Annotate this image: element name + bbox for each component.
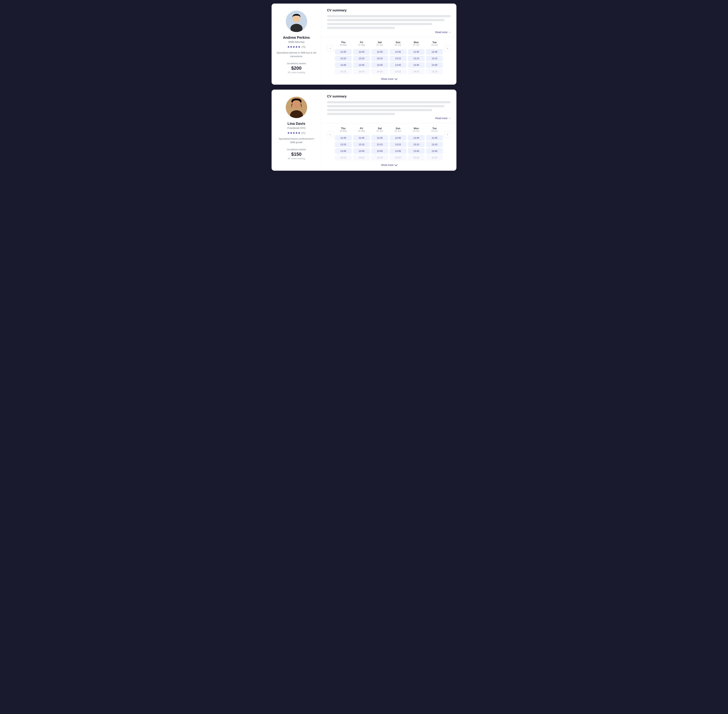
skeleton-line <box>327 101 451 103</box>
time-slot[interactable]: 12:45 <box>353 135 370 141</box>
time-slot-faded[interactable]: 14:15 <box>371 69 388 74</box>
time-slot[interactable]: 13:45 <box>371 62 388 68</box>
day-name: Sun <box>389 127 406 130</box>
stars: ★★★★★ <box>287 45 301 48</box>
time-slot[interactable]: 12:45 <box>389 49 406 55</box>
time-slot[interactable]: 13:15 <box>371 142 388 147</box>
skeleton-line <box>327 27 395 29</box>
show-more-button[interactable]: Show more <box>381 164 397 166</box>
chevron-down-icon <box>395 163 398 166</box>
time-slot-faded[interactable]: 14:15 <box>353 155 370 160</box>
time-slot[interactable]: 13:45 <box>335 62 352 68</box>
day-name: Sat <box>371 41 388 44</box>
day-header: Tue 04 Jun <box>426 41 443 46</box>
skeleton-line <box>327 109 432 111</box>
time-slot[interactable]: 13:45 <box>353 62 370 68</box>
day-header: Sun 02 Jun <box>389 41 406 46</box>
day-header: Sat 01 Jun <box>371 41 388 46</box>
calendar-prev-button[interactable]: ‹ <box>327 131 333 138</box>
time-slot[interactable]: 12:45 <box>353 49 370 55</box>
content-panel: CV summary Read more → ‹ <box>321 90 457 171</box>
read-more-button[interactable]: Read more → <box>435 117 451 120</box>
show-more-button[interactable]: Show more <box>381 78 397 80</box>
time-slot[interactable]: 12:45 <box>408 49 425 55</box>
day-header: Sun 02 Jun <box>389 127 406 132</box>
time-slot[interactable]: 12:45 <box>426 49 443 55</box>
day-name: Sat <box>371 127 388 130</box>
time-slot[interactable]: 12:45 <box>408 135 425 141</box>
calendar-nav: ‹ Thu 30 May Fri <box>327 41 451 75</box>
avatar <box>286 97 307 118</box>
time-slot-faded[interactable]: 14:15 <box>335 69 352 74</box>
time-slot-faded[interactable]: 14:15 <box>426 69 443 74</box>
time-slot-faded[interactable]: 14:15 <box>389 69 406 74</box>
calendar-next-button[interactable]: › <box>444 131 451 138</box>
time-slot-faded[interactable]: 14:15 <box>408 69 425 74</box>
time-slot[interactable]: 13:45 <box>426 148 443 154</box>
skeleton-line <box>327 113 395 115</box>
time-slot[interactable]: 13:45 <box>389 148 406 154</box>
profile-panel: Lina Davis Fractional CFO ★★★★★ (21) Spe… <box>271 90 321 171</box>
skeleton-line <box>327 15 451 17</box>
time-slot[interactable]: 13:15 <box>389 142 406 147</box>
time-slot[interactable]: 12:45 <box>389 135 406 141</box>
content-panel: CV summary Read more → ‹ <box>321 3 457 85</box>
session-price: $200 <box>291 65 302 71</box>
time-slot[interactable]: 13:15 <box>335 56 352 61</box>
time-slot[interactable]: 13:15 <box>353 142 370 147</box>
time-slot[interactable]: 13:15 <box>408 142 425 147</box>
day-date: 01 Jun <box>371 44 388 46</box>
time-slot[interactable]: 13:45 <box>389 62 406 68</box>
time-slot[interactable]: 13:45 <box>353 148 370 154</box>
time-slot[interactable]: 12:45 <box>371 49 388 55</box>
read-more-row: Read more → <box>327 117 451 120</box>
time-slot[interactable]: 13:15 <box>426 142 443 147</box>
chevron-down-icon <box>395 77 398 80</box>
time-slot[interactable]: 12:45 <box>335 135 352 141</box>
day-name: Sun <box>389 41 406 44</box>
time-slot[interactable]: 13:15 <box>371 56 388 61</box>
time-slot-faded[interactable]: 14:15 <box>335 155 352 160</box>
time-slot[interactable]: 13:15 <box>408 56 425 61</box>
time-slot[interactable]: 13:45 <box>371 148 388 154</box>
time-slot[interactable]: 13:45 <box>426 62 443 68</box>
calendar-prev-button[interactable]: ‹ <box>327 45 333 51</box>
calendar-section: ‹ Thu 30 May Fri <box>321 123 457 171</box>
time-slot[interactable]: 13:45 <box>335 148 352 154</box>
profile-name: Andrew Perkins <box>283 36 310 40</box>
session-desc: 30' online meeting <box>288 71 305 74</box>
cv-title: CV summary <box>327 9 451 12</box>
time-slot[interactable]: 13:15 <box>426 56 443 61</box>
time-slot[interactable]: 12:45 <box>371 135 388 141</box>
day-header: Thu 30 May <box>335 41 352 46</box>
time-slot[interactable]: 13:15 <box>335 142 352 147</box>
profile-bio: Specialized finance professional in SMB … <box>276 137 317 144</box>
time-slot-faded[interactable]: 14:15 <box>371 155 388 160</box>
cv-section: CV summary Read more → <box>321 90 457 123</box>
show-more-row: Show more <box>327 164 451 166</box>
time-slot[interactable]: 13:15 <box>353 56 370 61</box>
session-price: $150 <box>291 152 302 157</box>
calendar-next-button[interactable]: › <box>444 45 451 51</box>
stars-row: ★★★★★ (21) <box>287 131 306 135</box>
calendar-section: ‹ Thu 30 May Fri <box>321 38 457 85</box>
skeleton-line <box>327 19 445 21</box>
time-slot[interactable]: 12:45 <box>335 49 352 55</box>
day-header: Mon 03 Jun <box>408 127 425 132</box>
time-slot-faded[interactable]: 14:15 <box>408 155 425 160</box>
day-name: Mon <box>408 41 425 44</box>
profile-name: Lina Davis <box>288 122 305 126</box>
time-slot-faded[interactable]: 14:15 <box>426 155 443 160</box>
time-slot-faded[interactable]: 14:15 <box>389 155 406 160</box>
time-slot[interactable]: 13:45 <box>408 148 425 154</box>
time-slot[interactable]: 12:45 <box>426 135 443 141</box>
time-slot[interactable]: 13:15 <box>389 56 406 61</box>
time-slot[interactable]: 13:45 <box>408 62 425 68</box>
time-slot-faded[interactable]: 14:15 <box>353 69 370 74</box>
read-more-button[interactable]: Read more → <box>435 31 451 34</box>
profile-role: SMB Attorney <box>288 40 305 44</box>
day-name: Mon <box>408 127 425 130</box>
stars-row: ★★★★★ (70) <box>287 45 306 48</box>
day-date: 03 Jun <box>408 130 425 132</box>
stars: ★★★★★ <box>287 131 301 135</box>
